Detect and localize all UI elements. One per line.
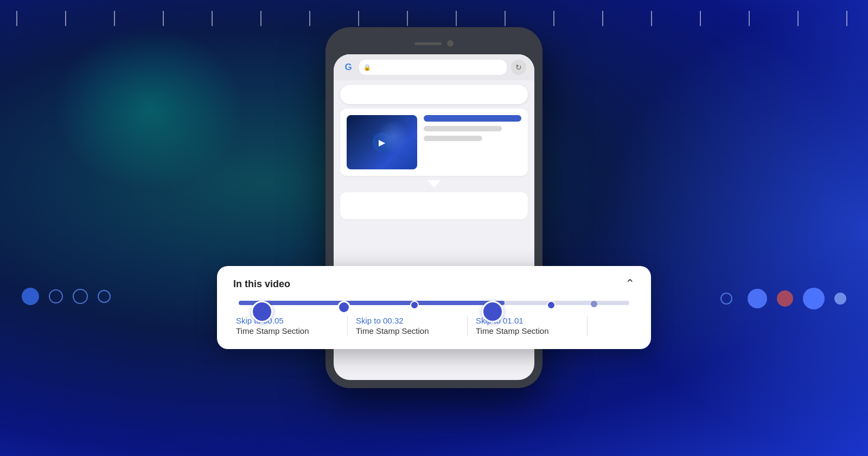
video-result-card[interactable]: ▶ [340, 109, 528, 176]
card-title: In this video [233, 278, 290, 290]
timestamp-section-4 [588, 316, 635, 336]
timeline-dot-1[interactable] [251, 301, 273, 322]
film-tick [505, 11, 506, 26]
circle-decoration [22, 288, 39, 305]
circle-decoration [720, 293, 732, 305]
film-tick [700, 11, 701, 26]
phone-bottom-content [340, 192, 528, 219]
circle-decoration [73, 289, 88, 304]
card-pointer [427, 180, 441, 188]
reload-button[interactable]: ↻ [511, 60, 526, 75]
film-tick [602, 11, 603, 26]
browser-url-bar[interactable]: 🔒 [359, 60, 507, 75]
skip-link-1[interactable]: Skip to 00.05 [236, 316, 339, 325]
timeline-fill [239, 301, 505, 305]
google-logo-letter: G [344, 62, 352, 73]
section-label-1: Time Stamp Section [236, 326, 309, 335]
decorative-circles-right [720, 288, 846, 309]
circle-decoration [777, 290, 793, 307]
timeline-dot-4[interactable] [482, 301, 503, 322]
phone-notch [396, 35, 472, 52]
timestamp-section-2: Skip to 00.32 Time Stamp Section [348, 316, 468, 336]
film-tick [407, 11, 408, 26]
lock-icon: 🔒 [363, 64, 371, 71]
film-tick [651, 11, 652, 26]
timeline-dot-2[interactable] [337, 301, 350, 314]
circle-decoration [49, 289, 63, 303]
video-meta-line [424, 126, 502, 131]
film-tick [65, 11, 66, 26]
thumbnail-glow [376, 121, 409, 153]
circle-decoration [748, 289, 767, 308]
reload-icon: ↻ [515, 63, 522, 72]
search-bar[interactable] [340, 85, 528, 104]
timestamp-section-1: Skip to 00.05 Time Stamp Section [233, 316, 348, 336]
phone-camera [447, 40, 454, 47]
timeline-dot-3[interactable] [410, 301, 419, 309]
film-tick [456, 11, 457, 26]
film-tick [309, 11, 310, 26]
film-tick [163, 11, 164, 26]
circle-decoration [803, 288, 825, 309]
timeline-dot-6[interactable] [591, 301, 597, 307]
bg-blue-glow [597, 0, 868, 456]
film-tick [114, 11, 115, 26]
google-logo: G [342, 61, 355, 74]
timeline-dot-5[interactable] [547, 301, 556, 309]
film-tick [553, 11, 554, 26]
bg-teal-glow [54, 27, 244, 190]
video-title-placeholder [424, 115, 521, 122]
circle-decoration [98, 290, 111, 303]
timestamps-card: In this video ⌃ Skip to 00.05 Time Stamp… [217, 266, 651, 349]
card-header: In this video ⌃ [233, 277, 635, 291]
decorative-circles-left [22, 288, 111, 305]
film-tick [212, 11, 213, 26]
section-label-3: Time Stamp Section [476, 326, 549, 335]
timeline-track [239, 301, 629, 305]
film-tick [358, 11, 359, 26]
timestamp-sections: Skip to 00.05 Time Stamp Section Skip to… [233, 316, 635, 336]
film-tick [797, 11, 799, 26]
circle-decoration [834, 293, 846, 305]
browser-bar: G 🔒 ↻ [334, 54, 534, 80]
video-meta-line [424, 136, 482, 141]
video-metadata [424, 115, 521, 169]
phone-speaker [414, 42, 442, 45]
film-tick [749, 11, 750, 26]
video-thumbnail: ▶ [347, 115, 417, 169]
film-tick [16, 11, 17, 26]
film-tick [846, 11, 847, 26]
timeline [233, 301, 635, 305]
film-tick [260, 11, 261, 26]
collapse-button[interactable]: ⌃ [625, 277, 635, 291]
section-label-2: Time Stamp Section [356, 326, 429, 335]
skip-link-2[interactable]: Skip to 00.32 [356, 316, 459, 325]
